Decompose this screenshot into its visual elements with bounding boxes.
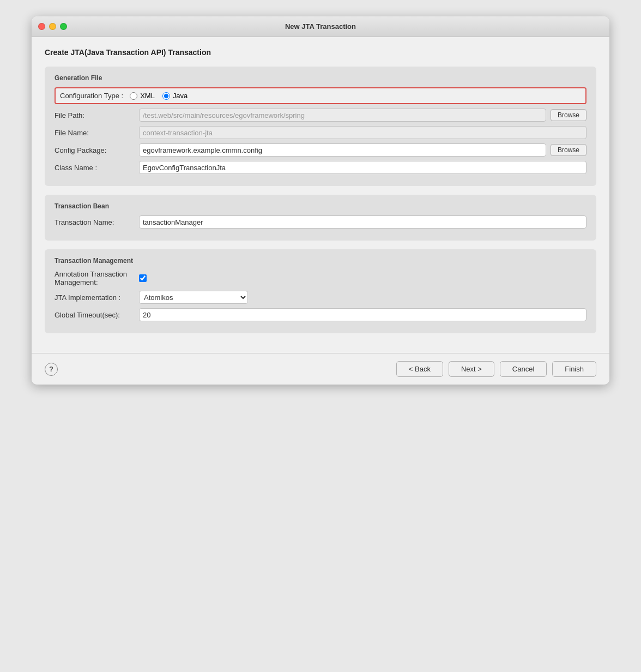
java-radio-option[interactable]: Java [162,92,188,100]
next-button[interactable]: Next > [449,361,494,377]
footer-left: ? [45,363,58,376]
file-path-label: File Path: [55,111,139,119]
jta-impl-select[interactable]: Atomikos JOTM [139,291,248,304]
file-name-label: File Name: [55,129,139,137]
config-type-radio-group: XML Java [130,92,188,100]
back-button[interactable]: < Back [396,361,443,377]
annotation-tx-checkbox[interactable] [139,274,147,282]
config-package-browse-button[interactable]: Browse [551,144,586,156]
xml-radio-label: XML [140,92,155,100]
window-body: Create JTA(Java Transaction API) Transac… [32,37,609,353]
page-subtitle: Create JTA(Java Transaction API) Transac… [45,48,596,57]
transaction-bean-label: Transaction Bean [55,202,586,210]
annotation-tx-row: Annotation Transaction Management: [55,270,586,286]
class-name-input[interactable] [139,161,586,174]
transaction-name-label: Transaction Name: [55,218,139,226]
global-timeout-row: Global Timeout(sec): [55,308,586,321]
jta-impl-label: JTA Implementation : [55,293,139,302]
minimize-button[interactable] [49,23,56,30]
title-bar: New JTA Transaction [32,16,609,37]
footer: ? < Back Next > Cancel Finish [32,353,609,385]
window-controls [38,23,67,30]
config-type-row: Configuration Type : XML Java [55,87,586,104]
java-radio[interactable] [162,92,170,100]
config-package-label: Config Package: [55,146,139,154]
java-radio-label: Java [173,92,188,100]
file-path-input[interactable] [139,109,546,122]
global-timeout-input[interactable] [139,308,586,321]
file-path-row: File Path: Browse [55,109,586,122]
class-name-label: Class Name : [55,164,139,172]
help-button[interactable]: ? [45,363,58,376]
transaction-management-section: Transaction Management Annotation Transa… [45,249,596,333]
file-name-row: File Name: [55,126,586,139]
class-name-row: Class Name : [55,161,586,174]
annotation-tx-label: Annotation Transaction Management: [55,270,139,286]
transaction-management-label: Transaction Management [55,257,586,265]
config-type-label: Configuration Type : [60,92,123,100]
jta-impl-row: JTA Implementation : Atomikos JOTM [55,291,586,304]
generation-file-section: Generation File Configuration Type : XML… [45,67,596,186]
close-button[interactable] [38,23,45,30]
transaction-bean-section: Transaction Bean Transaction Name: [45,195,596,241]
file-path-browse-button[interactable]: Browse [551,109,586,121]
xml-radio[interactable] [130,92,137,100]
file-name-input[interactable] [139,126,586,139]
finish-button[interactable]: Finish [552,361,596,377]
window-title: New JTA Transaction [285,22,356,31]
config-package-row: Config Package: Browse [55,143,586,157]
main-window: New JTA Transaction Create JTA(Java Tran… [32,16,609,385]
generation-file-label: Generation File [55,74,586,82]
footer-right: < Back Next > Cancel Finish [396,361,596,377]
maximize-button[interactable] [60,23,67,30]
transaction-name-row: Transaction Name: [55,215,586,229]
xml-radio-option[interactable]: XML [130,92,155,100]
global-timeout-label: Global Timeout(sec): [55,311,139,319]
transaction-name-input[interactable] [139,215,586,229]
cancel-button[interactable]: Cancel [500,361,547,377]
config-package-input[interactable] [139,143,546,157]
